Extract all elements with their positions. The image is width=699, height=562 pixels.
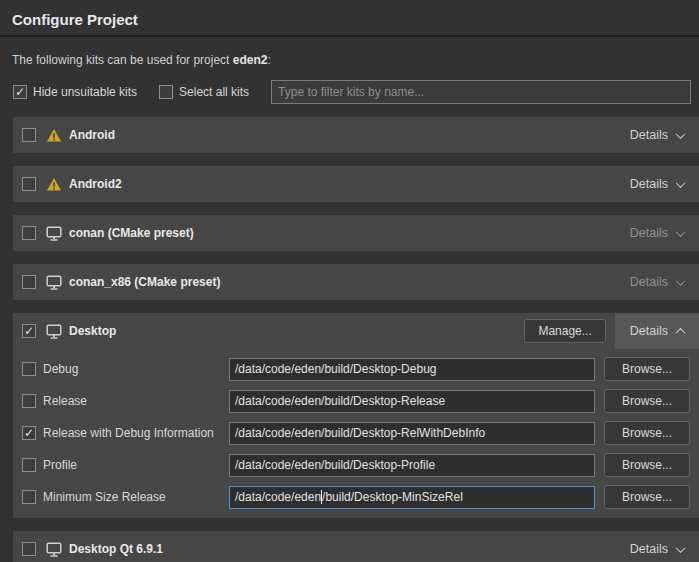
desktop-icon <box>45 275 62 290</box>
chevron-down-icon <box>676 129 686 139</box>
chevron-up-icon <box>676 327 686 337</box>
details-button[interactable]: Details <box>615 531 699 562</box>
project-name: eden2 <box>233 53 268 67</box>
config-checkbox[interactable] <box>22 458 36 472</box>
browse-button[interactable]: Browse... <box>604 485 690 509</box>
build-dir-input-focused[interactable]: /data/code/eden/build/Desktop-MinSizeRel <box>229 486 595 509</box>
details-label: Details <box>630 226 668 240</box>
config-label: Release with Debug Information <box>43 426 214 440</box>
desktop-icon <box>45 324 62 339</box>
kit-name: Android <box>69 128 115 142</box>
intro-text: The following kits can be used for proje… <box>0 37 699 67</box>
select-all-label: Select all kits <box>179 85 249 99</box>
build-dir-input[interactable] <box>229 358 595 381</box>
details-label: Details <box>630 275 668 289</box>
select-all-checkbox[interactable] <box>159 85 173 99</box>
build-config-row-profile: Profile Browse... <box>22 453 690 477</box>
warning-icon <box>45 177 62 192</box>
details-button[interactable]: Details <box>615 166 699 202</box>
details-button[interactable]: Details <box>615 215 699 251</box>
details-label: Details <box>630 128 668 142</box>
browse-button[interactable]: Browse... <box>604 421 690 445</box>
browse-button[interactable]: Browse... <box>604 357 690 381</box>
kit-checkbox[interactable] <box>22 542 36 556</box>
details-button[interactable]: Details <box>615 117 699 153</box>
build-config-row-release: Release Browse... <box>22 389 690 413</box>
kit-checkbox[interactable] <box>22 177 36 191</box>
hide-unsuitable-kits-toggle[interactable]: Hide unsuitable kits <box>13 85 137 99</box>
hide-unsuitable-label: Hide unsuitable kits <box>33 85 137 99</box>
page-title: Configure Project <box>12 11 687 28</box>
details-button[interactable]: Details <box>615 264 699 300</box>
kit-name: conan_x86 (CMake preset) <box>69 275 220 289</box>
desktop-icon <box>45 226 62 241</box>
kit-row-android2[interactable]: Android2 Details <box>13 166 699 202</box>
warning-icon <box>45 128 62 143</box>
config-checkbox[interactable] <box>22 362 36 376</box>
kit-name: Desktop Qt 6.9.1 <box>69 542 163 556</box>
build-dir-input[interactable] <box>229 390 595 413</box>
details-label: Details <box>630 542 668 556</box>
kit-filter-input[interactable] <box>271 80 691 104</box>
select-all-kits-toggle[interactable]: Select all kits <box>159 85 249 99</box>
build-dir-input[interactable] <box>229 454 595 477</box>
config-label: Debug <box>43 362 78 376</box>
manage-button[interactable]: Manage... <box>524 319 605 343</box>
build-dir-input[interactable] <box>229 422 595 445</box>
chevron-down-icon <box>676 227 686 237</box>
kit-row-conan[interactable]: conan (CMake preset) Details <box>13 215 699 251</box>
kit-name: Android2 <box>69 177 122 191</box>
build-config-row-minsizerel: Minimum Size Release /data/code/eden/bui… <box>22 485 690 509</box>
hide-unsuitable-checkbox[interactable] <box>13 85 27 99</box>
window-header: Configure Project <box>0 0 699 35</box>
config-label: Profile <box>43 458 77 472</box>
browse-button[interactable]: Browse... <box>604 453 690 477</box>
config-checkbox[interactable] <box>22 490 36 504</box>
browse-button[interactable]: Browse... <box>604 389 690 413</box>
details-label: Details <box>630 324 668 338</box>
config-checkbox[interactable] <box>22 394 36 408</box>
chevron-down-icon <box>676 543 686 553</box>
filter-toolbar: Hide unsuitable kits Select all kits <box>0 67 699 104</box>
config-label: Release <box>43 394 87 408</box>
desktop-icon <box>45 542 62 557</box>
chevron-down-icon <box>676 178 686 188</box>
kit-checkbox[interactable] <box>22 226 36 240</box>
details-label: Details <box>630 177 668 191</box>
build-config-row-relwithdebinfo: Release with Debug Information Browse... <box>22 421 690 445</box>
config-label: Minimum Size Release <box>43 490 166 504</box>
kit-checkbox[interactable] <box>22 324 36 338</box>
kit-row-desktop-qt[interactable]: Desktop Qt 6.9.1 Details <box>13 531 699 562</box>
kit-list: Android Details Android2 Details conan (… <box>13 117 699 562</box>
kit-panel-desktop: Desktop Manage... Details Debug Browse..… <box>13 313 699 518</box>
kit-name: conan (CMake preset) <box>69 226 194 240</box>
build-config-row-debug: Debug Browse... <box>22 357 690 381</box>
kit-row-desktop[interactable]: Desktop Manage... Details <box>13 313 699 349</box>
chevron-down-icon <box>676 276 686 286</box>
kit-row-android[interactable]: Android Details <box>13 117 699 153</box>
details-button[interactable]: Details <box>615 313 699 349</box>
kit-checkbox[interactable] <box>22 275 36 289</box>
kit-row-conan-x86[interactable]: conan_x86 (CMake preset) Details <box>13 264 699 300</box>
kit-name: Desktop <box>69 324 116 338</box>
config-checkbox[interactable] <box>22 426 36 440</box>
kit-checkbox[interactable] <box>22 128 36 142</box>
